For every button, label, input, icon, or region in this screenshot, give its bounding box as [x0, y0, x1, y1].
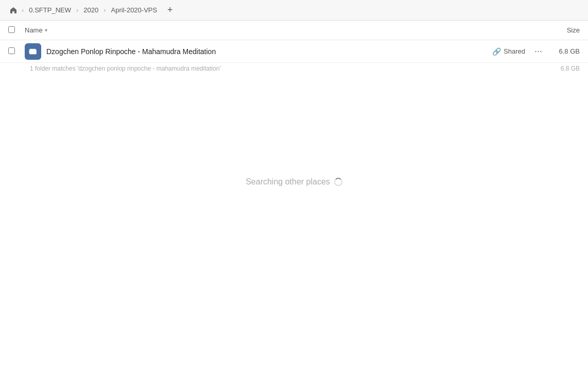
add-tab-button[interactable]: + [163, 4, 177, 17]
searching-section: Searching other places [0, 177, 588, 187]
breadcrumb-item-2[interactable]: April-2020-VPS [107, 5, 162, 15]
home-button[interactable] [6, 3, 21, 18]
breadcrumb-item-1[interactable]: 2020 [79, 5, 102, 15]
chevron-down-icon: ▾ [45, 27, 47, 33]
file-name[interactable]: Dzogchen Ponlop Rinpoche - Mahamudra Med… [46, 47, 492, 56]
loading-spinner [334, 178, 342, 186]
breadcrumb-sep-2: › [76, 6, 78, 14]
select-all-checkbox[interactable] [8, 26, 21, 35]
file-row[interactable]: Dzogchen Ponlop Rinpoche - Mahamudra Med… [0, 40, 588, 63]
name-label: Name [25, 26, 43, 34]
match-hint-size: 6.8 GB [561, 65, 580, 72]
folder-icon [25, 43, 41, 60]
file-actions: 🔗 Shared ··· 6.8 GB [492, 45, 580, 58]
match-hint-row: 1 folder matches 'dzogchen ponlop rinpoc… [0, 63, 588, 74]
match-hint-text: 1 folder matches 'dzogchen ponlop rinpoc… [30, 65, 561, 72]
breadcrumb-sep-1: › [22, 6, 24, 14]
name-column-header[interactable]: Name ▾ [25, 26, 47, 34]
more-options-button[interactable]: ··· [531, 45, 545, 58]
file-size: 6.8 GB [551, 47, 580, 55]
column-header: Name ▾ Size [0, 21, 588, 40]
searching-text: Searching other places [246, 177, 342, 187]
shared-label: 🔗 Shared [492, 47, 525, 56]
breadcrumb-bar: › 0.SFTP_NEW › 2020 › April-2020-VPS + [0, 0, 588, 21]
searching-label: Searching other places [246, 177, 330, 187]
breadcrumb-sep-3: › [103, 6, 106, 14]
file-checkbox[interactable] [8, 47, 21, 56]
size-column-header: Size [567, 26, 580, 34]
breadcrumb-item-0[interactable]: 0.SFTP_NEW [25, 5, 75, 15]
link-icon: 🔗 [492, 47, 501, 56]
shared-text: Shared [504, 47, 525, 55]
